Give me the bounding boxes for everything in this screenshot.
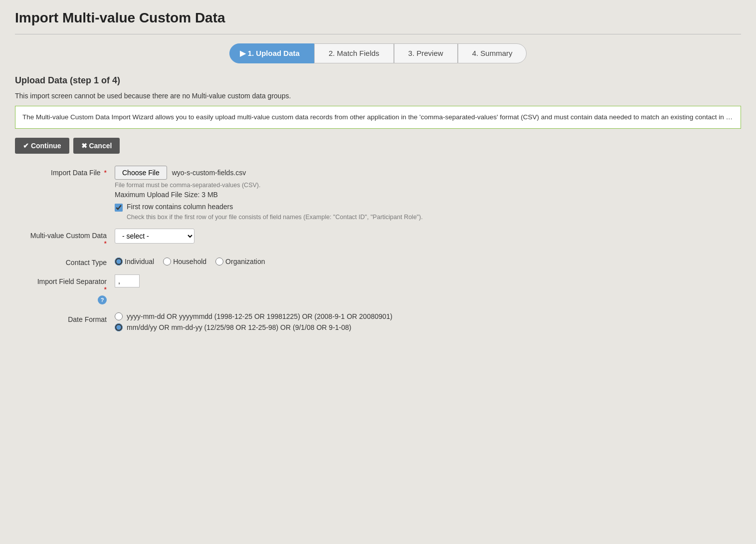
radio-organization: Organization bbox=[215, 258, 265, 266]
contact-type-row: Contact Type Individual Household Organi… bbox=[15, 256, 741, 267]
separator-input[interactable] bbox=[115, 274, 140, 287]
continue-button[interactable]: ✔ Continue bbox=[15, 138, 69, 154]
first-row-checkbox-row: First row contains column headers bbox=[115, 203, 741, 212]
page-title: Import Multi-value Custom Data bbox=[15, 10, 741, 26]
radio-household-input[interactable] bbox=[163, 258, 171, 266]
step-match[interactable]: 2. Match Fields bbox=[314, 43, 394, 63]
step-upload[interactable]: 1. Upload Data bbox=[229, 43, 314, 63]
date-radio-1[interactable] bbox=[115, 312, 123, 320]
steps-bar: 1. Upload Data 2. Match Fields 3. Previe… bbox=[15, 43, 741, 63]
radio-individual: Individual bbox=[115, 258, 154, 266]
radio-organization-label[interactable]: Organization bbox=[225, 258, 265, 266]
contact-type-radio-group: Individual Household Organization bbox=[115, 256, 741, 266]
radio-individual-input[interactable] bbox=[115, 258, 123, 266]
date-format-content: yyyy-mm-dd OR yyyymmdd (1998-12-25 OR 19… bbox=[115, 312, 741, 331]
multi-value-label: Multi-value Custom Data * bbox=[15, 229, 115, 248]
date-label-1[interactable]: yyyy-mm-dd OR yyyymmdd (1998-12-25 OR 19… bbox=[127, 312, 392, 320]
date-option-1: yyyy-mm-dd OR yyyymmdd (1998-12-25 OR 19… bbox=[115, 312, 741, 320]
multi-value-content: - select - bbox=[115, 229, 741, 244]
radio-household: Household bbox=[163, 258, 206, 266]
import-file-label: Import Data File * bbox=[15, 166, 115, 177]
contact-type-content: Individual Household Organization bbox=[115, 256, 741, 266]
date-format-options: yyyy-mm-dd OR yyyymmdd (1998-12-25 OR 19… bbox=[115, 312, 741, 331]
divider bbox=[15, 34, 741, 34]
import-form: Import Data File * Choose File wyo-s-cus… bbox=[15, 166, 741, 331]
section-title: Upload Data (step 1 of 4) bbox=[15, 75, 741, 86]
contact-type-label: Contact Type bbox=[15, 256, 115, 267]
radio-organization-input[interactable] bbox=[215, 258, 223, 266]
separator-label-group: Import Field Separator * ? bbox=[15, 277, 107, 304]
date-radio-2[interactable] bbox=[115, 323, 123, 331]
date-format-row: Date Format yyyy-mm-dd OR yyyymmdd (1998… bbox=[15, 312, 741, 331]
warning-text: This import screen cannot be used becaus… bbox=[15, 92, 741, 100]
separator-content bbox=[115, 274, 741, 287]
max-size-text: Maximum Upload File Size: 3 MB bbox=[115, 191, 741, 199]
separator-help-icon[interactable]: ? bbox=[98, 295, 107, 304]
step-preview[interactable]: 3. Preview bbox=[394, 43, 458, 63]
cancel-button[interactable]: ✖ Cancel bbox=[73, 138, 120, 154]
first-row-hint: Check this box if the first row of your … bbox=[127, 214, 741, 221]
first-row-checkbox[interactable] bbox=[115, 204, 123, 212]
info-box: The Multi-value Custom Data Import Wizar… bbox=[15, 106, 741, 129]
import-file-content: Choose File wyo-s-custom-fields.csv File… bbox=[115, 166, 741, 221]
multi-value-select[interactable]: - select - bbox=[115, 229, 194, 244]
date-label-2[interactable]: mm/dd/yy OR mm-dd-yy (12/25/98 OR 12-25-… bbox=[127, 323, 351, 331]
separator-row: Import Field Separator * ? bbox=[15, 274, 741, 304]
date-option-2: mm/dd/yy OR mm-dd-yy (12/25/98 OR 12-25-… bbox=[115, 323, 741, 331]
choose-file-button[interactable]: Choose File bbox=[115, 166, 167, 180]
radio-household-label[interactable]: Household bbox=[173, 258, 206, 266]
step-summary[interactable]: 4. Summary bbox=[458, 43, 527, 63]
date-format-label: Date Format bbox=[15, 312, 115, 323]
file-input-row: Choose File wyo-s-custom-fields.csv bbox=[115, 166, 741, 180]
separator-label-wrapper: Import Field Separator * ? bbox=[15, 274, 115, 304]
file-hint: File format must be comma-separated-valu… bbox=[115, 182, 741, 189]
file-name: wyo-s-custom-fields.csv bbox=[172, 169, 246, 177]
multi-value-row: Multi-value Custom Data * - select - bbox=[15, 229, 741, 248]
import-file-row: Import Data File * Choose File wyo-s-cus… bbox=[15, 166, 741, 221]
action-buttons: ✔ Continue ✖ Cancel bbox=[15, 138, 741, 154]
first-row-label[interactable]: First row contains column headers bbox=[127, 203, 233, 211]
radio-individual-label[interactable]: Individual bbox=[125, 258, 154, 266]
